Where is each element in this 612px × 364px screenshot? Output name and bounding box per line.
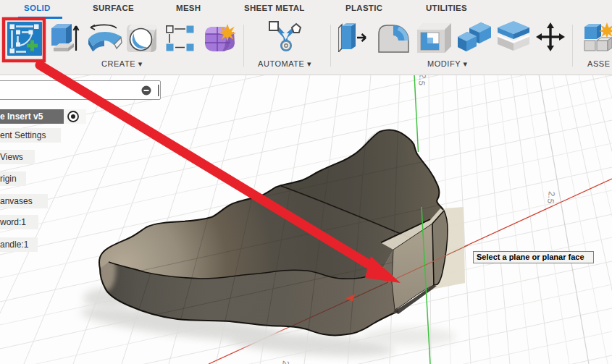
svg-text:2.5: 2.5 <box>545 191 557 205</box>
svg-text:2.5: 2.5 <box>280 360 291 364</box>
